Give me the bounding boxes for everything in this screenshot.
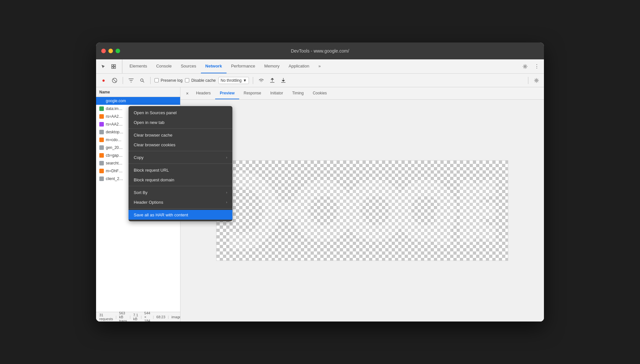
settings-gear-icon[interactable] <box>532 76 541 85</box>
tab-network[interactable]: Network <box>201 59 227 73</box>
nav-bar: Elements Console Sources Network Perform… <box>96 59 544 74</box>
ctx-separator-5 <box>129 208 232 209</box>
item-icon-search <box>99 161 104 165</box>
record-button[interactable]: ● <box>99 76 108 85</box>
ctx-sort-arrow: › <box>226 191 227 194</box>
titlebar: DevTools - www.google.com/ <box>96 42 544 59</box>
item-icon-gen <box>99 145 104 150</box>
preview-content <box>180 100 544 322</box>
network-item-google[interactable]: google.com <box>96 97 180 105</box>
ctx-block-url[interactable]: Block request URL <box>129 165 232 175</box>
ctx-save-har[interactable]: Save all as HAR with content <box>129 210 232 220</box>
ctx-copy[interactable]: Copy › <box>129 152 232 162</box>
toolbar-divider-4 <box>528 77 528 84</box>
tab-timing[interactable]: Timing <box>288 87 308 99</box>
nav-tabs: Elements Console Sources Network Perform… <box>125 59 518 73</box>
svg-point-12 <box>301 188 346 233</box>
item-icon-rs2 <box>99 122 104 127</box>
clear-button[interactable] <box>110 76 119 85</box>
item-icon-data <box>99 106 104 111</box>
item-icon-client <box>99 176 104 181</box>
svg-point-4 <box>524 66 526 67</box>
svg-rect-0 <box>112 65 113 66</box>
traffic-lights <box>101 49 120 53</box>
nav-right: ⋮ <box>518 59 541 73</box>
tab-memory[interactable]: Memory <box>260 59 284 73</box>
close-button[interactable] <box>101 49 106 53</box>
close-panel-button[interactable]: × <box>183 87 191 99</box>
svg-rect-10 <box>100 99 103 103</box>
upload-icon[interactable] <box>268 76 277 85</box>
ctx-clear-cookies[interactable]: Clear browser cookies <box>129 140 232 150</box>
network-list-header: Name <box>96 87 180 97</box>
preserve-log-checkbox-box <box>154 78 159 82</box>
nav-icons <box>99 59 122 73</box>
network-status-bar: 31 requests | 563 kB trans | 7.1 kB | 54… <box>96 312 180 322</box>
toolbar: ● Preserve <box>96 74 544 87</box>
svg-point-13 <box>352 188 398 233</box>
ctx-header-arrow: › <box>226 200 227 204</box>
disable-cache-checkbox[interactable]: Disable cache <box>185 78 215 83</box>
filter-icon[interactable] <box>127 76 135 85</box>
fullscreen-button[interactable] <box>116 49 120 53</box>
preview-panel: × Headers Preview Response Initiator <box>180 87 544 322</box>
wifi-icon[interactable] <box>257 76 265 85</box>
toolbar-divider-1 <box>123 77 123 84</box>
ctx-copy-arrow: › <box>226 156 227 159</box>
ctx-block-domain[interactable]: Block request domain <box>129 175 232 185</box>
tab-elements[interactable]: Elements <box>125 59 152 73</box>
ctx-sort-by[interactable]: Sort By › <box>129 188 232 197</box>
context-menu: Open in Sources panel Open in new tab Cl… <box>129 106 232 221</box>
tab-initiator[interactable]: Initiator <box>266 87 288 99</box>
ctx-separator-3 <box>129 164 232 164</box>
minimize-button[interactable] <box>108 49 113 53</box>
preserve-log-checkbox[interactable]: Preserve log <box>154 78 182 83</box>
item-icon-mcdo <box>99 138 104 142</box>
throttle-select[interactable]: No throttling ▼ <box>218 77 249 84</box>
window-title: DevTools - www.google.com/ <box>291 48 349 54</box>
item-icon-mdhf <box>99 169 104 173</box>
ctx-open-sources[interactable]: Open in Sources panel <box>129 108 232 117</box>
google-logo <box>229 167 495 254</box>
cursor-icon[interactable] <box>99 62 108 71</box>
panel-tabs: × Headers Preview Response Initiator <box>180 87 544 100</box>
tab-application[interactable]: Application <box>284 59 314 73</box>
tab-cookies[interactable]: Cookies <box>308 87 331 99</box>
ctx-open-tab[interactable]: Open in new tab <box>129 117 232 127</box>
ctx-header-options[interactable]: Header Options › <box>129 197 232 207</box>
item-icon-google <box>99 99 104 103</box>
svg-rect-1 <box>114 65 116 66</box>
svg-point-7 <box>141 79 143 81</box>
download-icon[interactable] <box>279 76 288 85</box>
tab-headers[interactable]: Headers <box>191 87 215 99</box>
content-area: Name google.com data:im… <box>96 87 544 322</box>
ctx-clear-cache[interactable]: Clear browser cache <box>129 130 232 140</box>
disable-cache-checkbox-box <box>185 78 189 82</box>
ctx-separator-4 <box>129 186 232 186</box>
more-icon[interactable]: ⋮ <box>532 62 541 71</box>
svg-point-9 <box>536 79 537 81</box>
tab-overflow[interactable]: » <box>314 59 325 73</box>
tab-sources[interactable]: Sources <box>176 59 201 73</box>
item-icon-cb <box>99 153 104 158</box>
inspect-icon[interactable] <box>109 62 118 71</box>
svg-rect-3 <box>114 67 116 68</box>
tab-console[interactable]: Console <box>152 59 176 73</box>
tab-response[interactable]: Response <box>239 87 266 99</box>
svg-rect-15 <box>435 209 451 245</box>
item-icon-rs1 <box>99 114 104 119</box>
search-icon[interactable] <box>138 76 146 85</box>
tab-performance[interactable]: Performance <box>227 59 260 73</box>
svg-line-6 <box>113 79 116 82</box>
devtools-window: DevTools - www.google.com/ <box>96 42 544 322</box>
svg-line-8 <box>143 81 144 82</box>
image-preview <box>216 160 508 261</box>
svg-rect-2 <box>112 67 113 68</box>
tab-preview[interactable]: Preview <box>215 87 239 99</box>
item-icon-desktop <box>99 130 104 134</box>
ctx-separator-2 <box>129 151 232 151</box>
settings-icon[interactable] <box>521 62 530 71</box>
toolbar-divider-2 <box>150 77 151 84</box>
ctx-separator-1 <box>129 128 232 129</box>
svg-rect-18 <box>469 202 495 219</box>
